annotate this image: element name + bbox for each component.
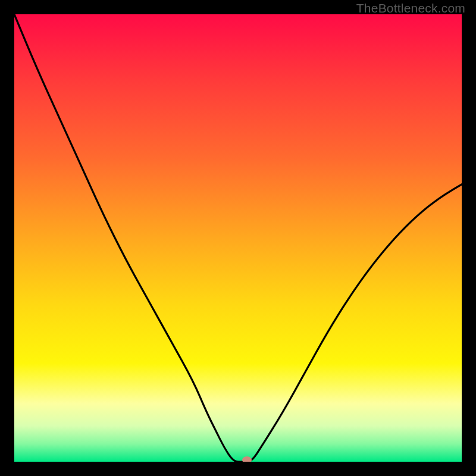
plot-area xyxy=(14,14,462,462)
watermark-text: TheBottleneck.com xyxy=(356,1,465,15)
chart-svg xyxy=(14,14,462,462)
chart-container: TheBottleneck.com xyxy=(0,0,476,476)
plot-frame xyxy=(14,14,462,462)
